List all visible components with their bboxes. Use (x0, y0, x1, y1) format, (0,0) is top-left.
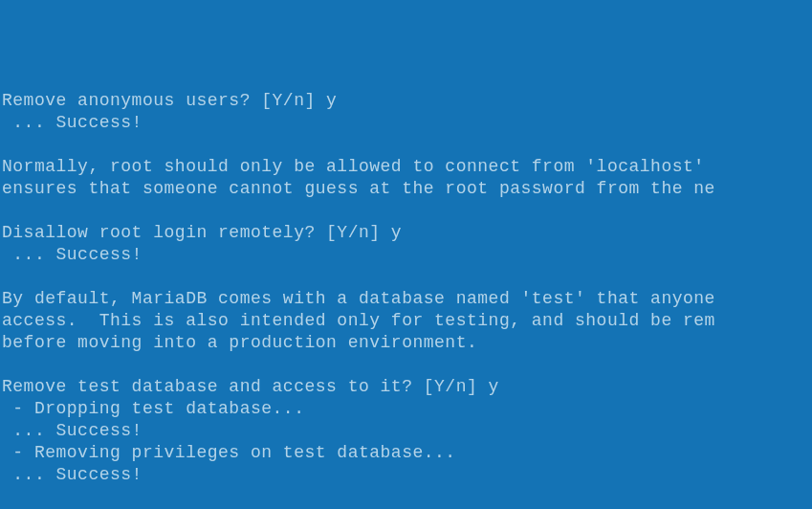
terminal-line: Normally, root should only be allowed to… (2, 156, 812, 178)
terminal-line: - Dropping test database... (2, 398, 812, 420)
terminal-line (2, 134, 812, 156)
terminal-line: ... Success! (2, 420, 812, 442)
terminal-line (2, 200, 812, 222)
terminal-line: before moving into a production environm… (2, 332, 812, 354)
terminal-line: access. This is also intended only for t… (2, 310, 812, 332)
terminal-line: - Removing privileges on test database..… (2, 442, 812, 464)
terminal-line: Remove anonymous users? [Y/n] y (2, 90, 812, 112)
terminal-line: By default, MariaDB comes with a databas… (2, 288, 812, 310)
terminal-line: ... Success! (2, 244, 812, 266)
terminal-line: ensures that someone cannot guess at the… (2, 178, 812, 200)
terminal-line: ... Success! (2, 112, 812, 134)
terminal-line (2, 266, 812, 288)
terminal-output[interactable]: Remove anonymous users? [Y/n] y ... Succ… (2, 90, 812, 509)
terminal-line: Remove test database and access to it? [… (2, 376, 812, 398)
terminal-line (2, 354, 812, 376)
terminal-line (2, 486, 812, 508)
terminal-line: Disallow root login remotely? [Y/n] y (2, 222, 812, 244)
terminal-line: ... Success! (2, 464, 812, 486)
